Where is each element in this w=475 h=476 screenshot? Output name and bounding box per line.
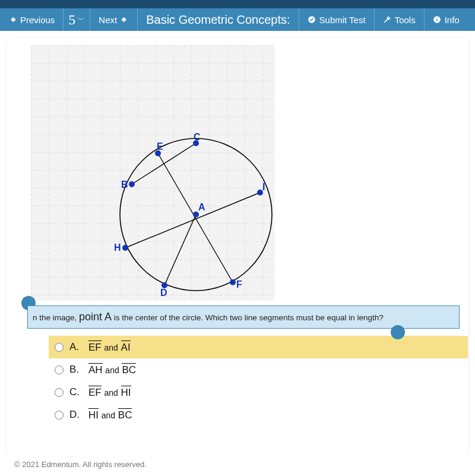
svg-text:I: I [262,182,265,192]
top-toolbar: Previous 5 ﹀ Next Basic Geometric Concep… [0,8,475,31]
chevron-down-icon: ﹀ [78,16,85,23]
question-card: A B C D E F H I n the image, point A is … [7,38,468,455]
choice-c-conn: and [104,388,118,398]
choice-c-radio[interactable] [55,388,64,397]
submit-test-button[interactable]: Submit Test [299,8,375,31]
previous-button[interactable]: Previous [0,8,64,31]
choice-c-seg2: HI [121,386,131,399]
arrow-left-icon [8,15,17,24]
choice-b-seg2: BC [122,363,136,376]
question-prefix: n the image, [33,313,79,322]
next-label: Next [99,15,117,25]
svg-text:D: D [160,288,167,298]
choice-d[interactable]: D. HI and BC [49,404,456,426]
svg-rect-4 [31,45,274,301]
choice-b-letter: B. [69,364,83,376]
wrench-icon [383,15,391,24]
choice-a-seg1: EF [88,341,102,354]
footer-copyright: © 2021 Edmentum. All rights reserved. [0,455,475,476]
choice-c-letter: C. [69,386,83,398]
choice-a[interactable]: A. EF and AI [49,336,468,358]
choice-d-seg1: HI [88,408,99,421]
previous-label: Previous [20,15,55,25]
lesson-title: Basic Geometric Concepts: [138,8,299,31]
choice-d-seg2: BC [118,408,132,421]
info-icon: i [433,15,441,24]
svg-point-15 [230,279,236,285]
info-label: Info [445,15,460,25]
choice-b-conn: and [105,365,119,375]
svg-text:H: H [114,242,121,253]
selection-handle-end[interactable] [391,325,405,339]
info-button[interactable]: i Info [425,8,468,31]
choice-c[interactable]: C. EF and HI [49,381,456,404]
next-button[interactable]: Next [90,8,138,31]
choice-b-seg1: AH [88,363,103,376]
svg-text:E: E [157,141,163,152]
choice-d-conn: and [102,411,115,420]
question-number: 5 [68,12,75,27]
svg-text:F: F [236,279,242,289]
choice-d-letter: D. [69,409,83,421]
choice-b-radio[interactable] [55,365,64,374]
submit-label: Submit Test [319,15,366,25]
tools-button[interactable]: Tools [375,8,425,31]
svg-point-16 [122,245,128,251]
choice-b[interactable]: B. AH and BC [49,358,456,381]
check-circle-icon [308,15,316,24]
svg-point-11 [129,181,135,187]
question-emphasis: point A [79,311,112,323]
svg-text:A: A [198,202,205,212]
choice-d-radio[interactable] [55,411,64,420]
svg-point-10 [193,212,199,217]
choice-a-seg2: AI [121,341,131,354]
answer-choices: A. EF and AI B. AH and BC [49,336,456,426]
svg-text:C: C [194,132,201,142]
question-number-dropdown[interactable]: 5 ﹀ [64,8,90,31]
figure-svg: A B C D E F H I [31,45,274,301]
choice-c-seg1: EF [88,386,102,399]
arrow-right-icon [121,15,129,24]
svg-text:B: B [121,179,128,190]
geometry-figure: A B C D E F H I [31,45,274,301]
choice-a-letter: A. [69,341,83,353]
tools-label: Tools [395,15,416,25]
choice-a-conn: and [104,343,118,352]
choice-a-radio[interactable] [55,343,64,352]
question-text-wrap: n the image, point A is the center of th… [24,305,456,329]
question-suffix: is the center of the circle. Which two l… [112,313,384,322]
